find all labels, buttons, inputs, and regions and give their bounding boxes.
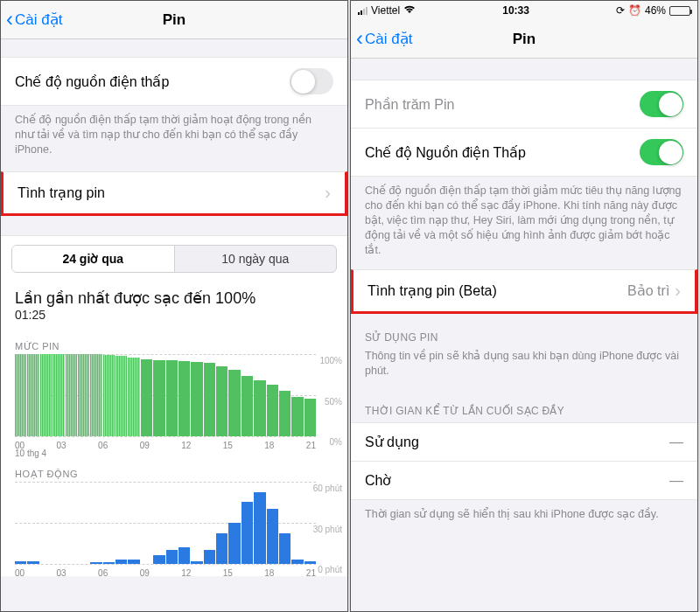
status-bar: Viettel 10:33 ⟳ ⏰ 46% [351,1,697,20]
battery-health-label: Tình trạng pin (Beta) [368,282,497,299]
page-title: Pin [163,11,186,29]
wifi-icon [403,5,416,16]
activity-chart: 60 phút 30 phút 0 phút 0003060912151821 [15,482,342,576]
page-title: Pin [513,31,536,48]
alarm-icon: ⏰ [628,4,641,17]
battery-icon [669,6,690,16]
battery-percentage-label: Phần trăm Pin [365,96,454,113]
low-power-mode-footer: Chế độ nguồn điện thấp tạm thời giảm hoạ… [1,106,347,168]
signal-icon [358,7,368,15]
low-power-mode-row[interactable]: Chế độ Nguồn điện Thấp [351,129,697,177]
chevron-left-icon: ‹ [6,9,13,30]
standby-label: Chờ [365,472,391,489]
battery-usage-header: SỬ DỤNG PIN [351,316,697,349]
battery-percent-label: 46% [645,4,666,17]
battery-usage-footer: Thông tin về pin sẽ khả dụng sau khi bạn… [351,349,697,389]
usage-row: Sử dụng — [351,422,697,462]
battery-percentage-toggle[interactable] [640,91,683,117]
low-power-mode-footer: Chế độ nguồn điện thấp tạm thời giảm mức… [351,177,697,268]
back-label: Cài đặt [15,10,62,29]
carrier-label: Viettel [371,4,400,17]
right-screenshot: Viettel 10:33 ⟳ ⏰ 46% ‹ Cài đặt Pin Phần… [350,0,698,612]
standby-row: Chờ — [351,462,697,500]
nav-bar: ‹ Cài đặt Pin [1,1,347,39]
segment-10d[interactable]: 10 ngày qua [175,246,337,272]
low-power-mode-toggle[interactable] [290,68,333,94]
usage-label: Sử dụng [365,434,419,450]
chevron-left-icon: ‹ [356,28,363,49]
rotation-lock-icon: ⟳ [616,4,625,17]
status-time: 10:33 [502,4,529,17]
time-since-charge-footer: Thời gian sử dụng sẽ hiển thị sau khi iP… [351,500,697,532]
battery-percentage-row[interactable]: Phần trăm Pin [351,80,697,129]
battery-level-chart: 100% 50% 0% 0003060912151821 [15,354,342,449]
back-label: Cài đặt [365,30,412,48]
nav-bar: ‹ Cài đặt Pin [351,20,697,59]
low-power-mode-label: Chế độ nguồn điện thấp [15,73,169,90]
battery-health-value: Bảo trì [627,282,669,299]
back-button[interactable]: ‹ Cài đặt [6,10,62,31]
chevron-right-icon: › [675,281,681,301]
low-power-mode-row[interactable]: Chế độ nguồn điện thấp [1,57,347,106]
time-since-charge-header: THỜI GIAN KỂ TỪ LẦN CUỐI SẠC ĐẦY [351,389,697,422]
usage-value: — [669,435,683,450]
back-button[interactable]: ‹ Cài đặt [356,29,412,50]
last-charged-time: 01:25 [1,308,347,330]
low-power-mode-toggle[interactable] [640,139,683,165]
activity-header: HOẠT ĐỘNG [1,463,347,482]
last-charged-label: Lần gần nhất được sạc đến 100% [1,282,347,308]
left-screenshot: ‹ Cài đặt Pin Chế độ nguồn điện thấp Chế… [0,0,348,612]
battery-health-row[interactable]: Tình trạng pin (Beta) Bảo trì › [351,269,697,314]
chevron-right-icon: › [325,183,331,203]
time-range-segmented[interactable]: 24 giờ qua 10 ngày qua [11,245,337,273]
standby-value: — [669,473,683,489]
segment-24h[interactable]: 24 giờ qua [12,246,175,272]
battery-health-label: Tình trạng pin [18,184,105,201]
battery-health-row[interactable]: Tình trạng pin › [1,171,347,216]
battery-level-header: MỨC PIN [1,336,347,354]
x-axis-caption: 10 thg 4 [1,449,347,463]
low-power-mode-label: Chế độ Nguồn điện Thấp [365,144,526,161]
